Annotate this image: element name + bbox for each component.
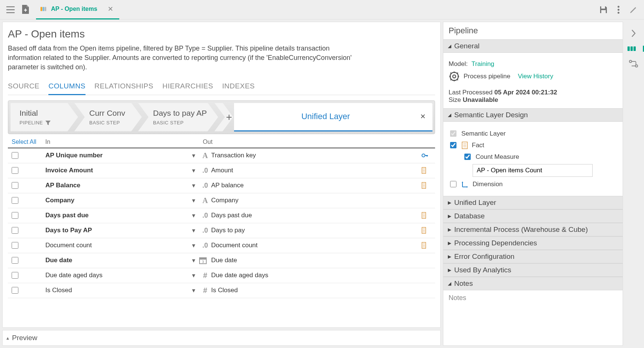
column-type-icon: .0 [199,212,211,220]
count-measure-checkbox[interactable] [464,154,471,160]
fact-checkbox[interactable] [450,142,456,148]
column-out-name: Transaction key [211,152,422,159]
column-checkbox[interactable] [12,272,18,279]
subtab-source[interactable]: SOURCE [8,80,39,95]
column-checkbox[interactable] [12,212,18,219]
steps-breadcrumb: Initial PIPELINE Curr Conv BASIC STEP Da… [8,100,435,134]
subtab-relationships[interactable]: RELATIONSHIPS [95,80,153,95]
column-checkbox[interactable] [12,197,18,204]
column-checkbox[interactable] [12,152,18,159]
column-checkbox[interactable] [12,227,18,234]
column-dropdown-icon[interactable]: ▾ [188,242,199,249]
expand-preview-icon[interactable]: ▴ [6,335,9,341]
view-history-link[interactable]: View History [518,73,553,80]
column-checkbox[interactable] [12,182,18,189]
new-document-icon[interactable] [18,2,33,17]
svg-rect-20 [627,46,630,51]
column-row[interactable]: Due date aged days▾#Due date aged days [8,268,435,283]
filter-icon [45,121,51,125]
svg-point-18 [453,75,456,78]
column-dropdown-icon[interactable]: ▾ [188,152,199,160]
count-measure-input[interactable] [473,164,593,177]
column-row[interactable]: AP Unique number▾ATransaction key [8,148,435,163]
column-in-name: Due date [45,257,188,264]
subtab-indexes[interactable]: INDEXES [222,80,255,95]
notes-input[interactable]: Notes [443,290,623,320]
svg-rect-3 [601,6,605,9]
column-row[interactable]: Days past due▾.0Days past due [8,208,435,223]
column-dropdown-icon[interactable]: ▾ [188,227,199,234]
column-dropdown-icon[interactable]: ▾ [188,257,199,264]
more-options-icon[interactable] [611,2,626,17]
step-initial[interactable]: Initial PIPELINE [11,103,78,131]
svg-point-7 [618,12,620,13]
preview-label: Preview [12,334,38,342]
column-checkbox[interactable] [12,167,18,174]
preview-bar[interactable]: ▴ Preview [2,330,441,346]
column-row[interactable]: Document count▾.0Document count [8,238,435,253]
expand-panel-icon[interactable] [631,29,636,37]
step-curr-conv[interactable]: Curr Conv BASIC STEP [74,103,142,131]
menu-icon[interactable] [3,2,18,17]
section-collapsed[interactable]: ▶Unified Layer [443,196,623,209]
section-collapsed[interactable]: ▶Incremental Process (Warehouse & Cube) [443,223,623,236]
flow-rail-icon[interactable] [629,60,638,67]
column-out-name: Due date aged days [211,272,422,279]
model-link[interactable]: Training [471,60,494,68]
section-collapsed[interactable]: ▶Database [443,209,623,223]
section-collapsed[interactable]: ▶Used By Analytics [443,263,623,277]
column-type-icon: .0 [199,182,211,190]
out-column-label: Out [203,139,213,145]
column-row[interactable]: Is Closed▾#Is Closed [8,283,435,298]
collapse-icon: ◢ [448,281,451,286]
section-collapsed[interactable]: ▶Error Configuration [443,250,623,263]
column-type-icon: A [199,196,211,205]
column-row[interactable]: Due date▾3Due date [8,253,435,268]
tab-close-icon[interactable]: ✕ [108,5,113,13]
subtab-columns[interactable]: COLUMNS [48,80,86,95]
section-notes[interactable]: ◢ Notes [443,277,623,290]
column-in-name: Is Closed [45,287,188,294]
section-general[interactable]: ◢ General [443,39,623,53]
column-row[interactable]: Days to Pay AP▾.0Days to pay [8,223,435,238]
column-checkbox[interactable] [12,257,18,264]
expand-icon: ▶ [448,267,451,273]
model-label: Model: [449,60,468,68]
edit-pencil-icon[interactable] [626,2,641,17]
column-badge-icon [422,242,433,249]
close-unified-layer-icon[interactable]: ✕ [420,112,426,121]
column-dropdown-icon[interactable]: ▾ [188,182,199,190]
column-row[interactable]: Company▾ACompany [8,193,435,208]
subtab-hierarchies[interactable]: HIERARCHIES [162,80,213,95]
expand-icon: ▶ [448,227,451,232]
svg-rect-22 [633,46,636,51]
column-dropdown-icon[interactable]: ▾ [188,212,199,220]
column-in-name: Invoice Amount [45,167,188,174]
step-unified-layer[interactable]: Unified Layer ✕ [234,103,432,131]
column-checkbox[interactable] [12,242,18,249]
columns-header: Select All In Out [8,134,435,148]
column-badge-icon [422,227,433,234]
right-panel: Pipeline ◢ General Model: Training Proce… [443,22,623,346]
tab-active[interactable]: AP - Open items ✕ [36,0,119,19]
column-dropdown-icon[interactable]: ▾ [188,167,199,175]
column-dropdown-icon[interactable]: ▾ [188,287,199,294]
column-row[interactable]: AP Balance▾.0AP balance [8,178,435,193]
page-description: Based off data from the Open items pipel… [8,44,353,72]
select-all-link[interactable]: Select All [12,139,36,145]
svg-point-23 [629,60,632,63]
column-out-name: Is Closed [211,287,422,294]
step-days-to-pay[interactable]: Days to pay AP BASIC STEP [138,103,218,131]
section-semantic-design[interactable]: ◢ Semantic Layer Design [443,108,623,122]
column-out-name: Amount [211,167,422,174]
column-dropdown-icon[interactable]: ▾ [188,272,199,279]
column-type-icon: 3 [199,257,211,264]
column-type-icon: A [199,151,211,160]
dimension-checkbox[interactable] [450,181,456,187]
save-icon[interactable] [596,2,611,17]
column-checkbox[interactable] [12,287,18,294]
column-dropdown-icon[interactable]: ▾ [188,197,199,205]
section-collapsed[interactable]: ▶Processing Dependencies [443,236,623,250]
column-row[interactable]: Invoice Amount▾.0Amount [8,163,435,178]
pipeline-rail-icon[interactable] [627,46,644,52]
